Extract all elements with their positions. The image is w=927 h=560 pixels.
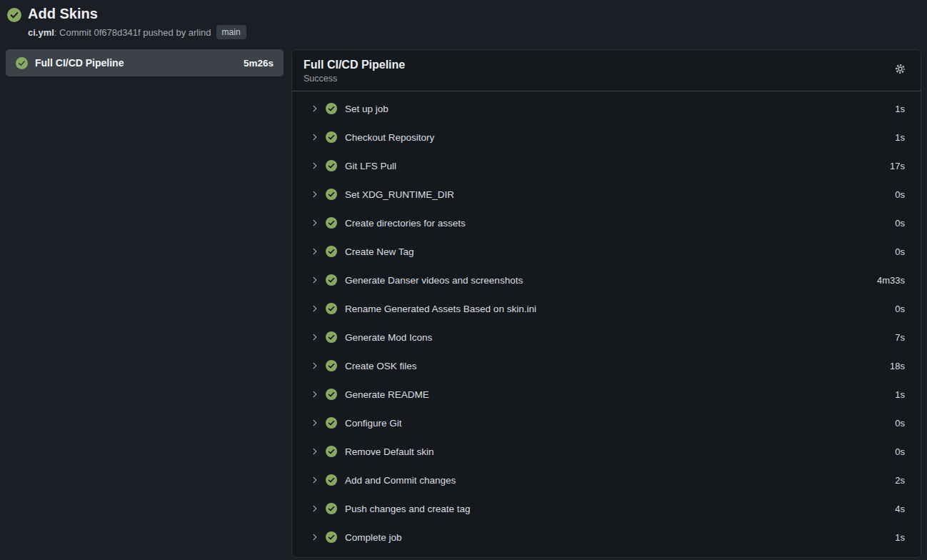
- step-label: Create OSK files: [345, 361, 883, 371]
- chevron-right-icon[interactable]: [311, 104, 319, 113]
- success-check-icon: [326, 103, 337, 114]
- workflow-file-name: ci.yml: [28, 27, 54, 38]
- run-title: Add Skins: [28, 6, 246, 22]
- chevron-right-icon[interactable]: [311, 304, 319, 313]
- success-check-icon: [326, 446, 337, 457]
- step-row[interactable]: Configure Git 0s: [292, 409, 921, 437]
- success-check-icon: [326, 246, 337, 257]
- success-check-icon: [326, 474, 337, 486]
- run-header: Add Skins ci.yml: Commit 0f678d341f push…: [6, 6, 921, 39]
- step-list: Set up job 1s: [292, 91, 921, 557]
- success-check-icon: [326, 160, 337, 171]
- step-row[interactable]: Generate Mod Icons 7s: [292, 323, 921, 351]
- chevron-right-icon[interactable]: [311, 504, 319, 513]
- gear-icon: [893, 67, 907, 78]
- step-label: Set XDG_RUNTIME_DIR: [345, 189, 888, 200]
- success-check-icon: [326, 131, 337, 143]
- success-check-icon: [326, 217, 337, 229]
- step-duration: 4m33s: [877, 275, 905, 286]
- job-duration: 5m26s: [244, 58, 274, 69]
- step-label: Complete job: [345, 532, 888, 543]
- step-duration: 18s: [890, 361, 905, 371]
- chevron-right-icon[interactable]: [311, 390, 319, 399]
- success-check-icon: [326, 189, 337, 200]
- step-row[interactable]: Set XDG_RUNTIME_DIR 0s: [292, 180, 921, 209]
- step-row[interactable]: Create New Tag 0s: [292, 237, 921, 266]
- step-label: Generate Mod Icons: [345, 332, 888, 343]
- step-row[interactable]: Create directories for assets 0s: [292, 209, 921, 237]
- step-duration: 0s: [895, 304, 905, 314]
- chevron-right-icon[interactable]: [311, 161, 319, 170]
- job-panel-header: Full CI/CD Pipeline Success: [292, 50, 921, 91]
- step-duration: 1s: [895, 389, 905, 400]
- step-label: Create New Tag: [345, 246, 888, 257]
- chevron-right-icon[interactable]: [311, 190, 319, 199]
- job-status-text: Success: [304, 74, 405, 84]
- job-detail-panel: Full CI/CD Pipeline Success: [291, 49, 921, 558]
- step-row[interactable]: Generate Danser videos and screenshots 4…: [292, 266, 921, 294]
- step-label: Git LFS Pull: [345, 161, 883, 171]
- step-row[interactable]: Generate README 1s: [292, 380, 921, 409]
- step-row[interactable]: Rename Generated Assets Based on skin.in…: [292, 294, 921, 323]
- step-duration: 0s: [895, 218, 905, 229]
- success-check-icon: [326, 360, 337, 371]
- actions-run-page: Add Skins ci.yml: Commit 0f678d341f push…: [0, 0, 927, 560]
- step-duration: 1s: [895, 104, 905, 114]
- success-check-icon: [326, 389, 337, 400]
- step-duration: 2s: [895, 475, 905, 486]
- success-check-icon: [7, 8, 21, 25]
- step-label: Generate README: [345, 389, 888, 400]
- job-list-item[interactable]: Full CI/CD Pipeline 5m26s: [6, 49, 284, 76]
- chevron-right-icon[interactable]: [311, 419, 319, 427]
- step-row[interactable]: Create OSK files 18s: [292, 351, 921, 380]
- branch-badge[interactable]: main: [216, 25, 246, 39]
- chevron-right-icon[interactable]: [311, 133, 319, 141]
- chevron-right-icon[interactable]: [311, 533, 319, 541]
- step-label: Remove Default skin: [345, 446, 888, 457]
- step-row[interactable]: Remove Default skin 0s: [292, 437, 921, 466]
- success-check-icon: [326, 303, 337, 314]
- run-content: Full CI/CD Pipeline 5m26s Full CI/CD Pip…: [6, 49, 921, 558]
- step-label: Configure Git: [345, 418, 888, 429]
- step-label: Generate Danser videos and screenshots: [345, 275, 871, 286]
- job-name: Full CI/CD Pipeline: [35, 57, 236, 69]
- step-row[interactable]: Checkout Repository 1s: [292, 123, 921, 151]
- commit-text: : Commit 0f678d341f pushed by arlind: [54, 27, 211, 38]
- step-label: Add and Commit changes: [345, 475, 888, 486]
- step-duration: 1s: [895, 532, 905, 543]
- step-row[interactable]: Git LFS Pull 17s: [292, 151, 921, 180]
- chevron-right-icon[interactable]: [311, 361, 319, 370]
- success-check-icon: [326, 274, 337, 286]
- step-duration: 0s: [895, 418, 905, 429]
- chevron-right-icon[interactable]: [311, 333, 319, 341]
- success-check-icon: [326, 531, 337, 543]
- step-label: Create directories for assets: [345, 218, 888, 229]
- success-check-icon: [326, 331, 337, 343]
- step-duration: 0s: [895, 446, 905, 457]
- step-duration: 0s: [895, 246, 905, 257]
- step-row[interactable]: Add and Commit changes 2s: [292, 466, 921, 494]
- job-settings-button[interactable]: [891, 60, 909, 78]
- success-check-icon: [326, 417, 337, 429]
- step-label: Set up job: [345, 104, 888, 114]
- step-row[interactable]: Push changes and create tag 4s: [292, 494, 921, 523]
- run-subtitle: ci.yml: Commit 0f678d341f pushed by arli…: [28, 25, 246, 39]
- chevron-right-icon[interactable]: [311, 447, 319, 456]
- job-panel-header-text: Full CI/CD Pipeline Success: [304, 59, 405, 84]
- chevron-right-icon[interactable]: [311, 476, 319, 484]
- step-duration: 7s: [895, 332, 905, 343]
- job-sidebar: Full CI/CD Pipeline 5m26s: [6, 49, 284, 76]
- run-header-text: Add Skins ci.yml: Commit 0f678d341f push…: [28, 6, 246, 39]
- chevron-right-icon[interactable]: [311, 247, 319, 256]
- step-row[interactable]: Complete job 1s: [292, 523, 921, 551]
- step-row[interactable]: Set up job 1s: [292, 94, 921, 123]
- step-label: Push changes and create tag: [345, 504, 888, 514]
- step-label: Rename Generated Assets Based on skin.in…: [345, 304, 888, 314]
- step-duration: 0s: [895, 189, 905, 200]
- step-duration: 1s: [895, 132, 905, 143]
- chevron-right-icon[interactable]: [311, 219, 319, 227]
- job-panel-title: Full CI/CD Pipeline: [304, 59, 405, 71]
- step-duration: 17s: [890, 161, 905, 171]
- chevron-right-icon[interactable]: [311, 276, 319, 284]
- success-check-icon: [16, 57, 28, 69]
